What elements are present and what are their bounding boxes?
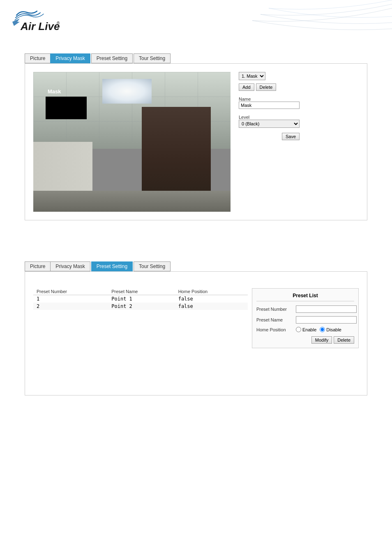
name-field-group: Name xyxy=(239,94,300,109)
disable-label: Disable xyxy=(326,327,341,332)
cell-number-1: 1 xyxy=(33,295,108,303)
tab-tour-setting-2[interactable]: Tour Setting xyxy=(134,261,171,271)
preset-btn-row: Modify Delete xyxy=(256,336,354,344)
tab-preset-setting-1[interactable]: Preset Setting xyxy=(91,53,133,63)
preset-name-label: Preset Name xyxy=(256,317,293,322)
preset-setting-tabs: Picture Privacy Mask Preset Setting Tour… xyxy=(25,261,367,271)
delete-preset-button[interactable]: Delete xyxy=(334,336,354,344)
section-gap xyxy=(0,229,392,253)
home-position-row: Home Position Enable Disable xyxy=(256,327,354,332)
tab-preset-setting-2[interactable]: Preset Setting xyxy=(91,261,133,271)
camera-floor xyxy=(33,191,231,212)
tab-privacy-mask-1[interactable]: Privacy Mask xyxy=(50,53,90,63)
tab-picture-2[interactable]: Picture xyxy=(25,261,50,271)
cell-name-2: Point 2 xyxy=(108,303,175,310)
mask-controls: 1. Mask Add Delete Name Level 0 (Black) … xyxy=(239,72,300,140)
table-header-row: Preset Number Preset Name Home Position xyxy=(33,288,248,295)
save-row: Save xyxy=(239,133,300,140)
airlive-logo: Air Live ® xyxy=(8,6,70,35)
level-field-group: Level 0 (Black) 1 2 xyxy=(239,112,300,128)
home-position-label: Home Position xyxy=(256,327,293,332)
disable-radio[interactable] xyxy=(320,327,325,332)
privacy-mask-tabs: Picture Privacy Mask Preset Setting Tour… xyxy=(25,53,367,63)
cell-number-2: 2 xyxy=(33,303,108,310)
preset-list-panel: Preset List Preset Number Preset Name Ho… xyxy=(252,288,359,348)
col-preset-name: Preset Name xyxy=(108,288,175,295)
privacy-mask-section: Picture Privacy Mask Preset Setting Tour… xyxy=(0,45,392,229)
cell-name-1: Point 1 xyxy=(108,295,175,303)
preset-number-label: Preset Number xyxy=(256,307,293,312)
camera-preview: Mask xyxy=(33,72,231,212)
page-header: Air Live ® xyxy=(0,0,392,45)
preset-setting-section: Picture Privacy Mask Preset Setting Tour… xyxy=(0,253,392,404)
preset-panel: Preset Number Preset Name Home Position … xyxy=(25,271,367,395)
preset-name-row: Preset Name xyxy=(256,316,354,324)
level-dropdown[interactable]: 0 (Black) 1 2 xyxy=(239,120,300,128)
preset-name-input[interactable] xyxy=(296,316,357,324)
name-input[interactable] xyxy=(239,102,300,109)
add-mask-button[interactable]: Add xyxy=(239,83,254,91)
mask-label-overlay: Mask xyxy=(48,88,61,95)
enable-radio-label[interactable]: Enable xyxy=(296,327,316,332)
save-mask-button[interactable]: Save xyxy=(282,133,300,140)
mask-dropdown[interactable]: 1. Mask xyxy=(239,72,265,80)
preset-number-input[interactable] xyxy=(296,305,357,313)
modify-button[interactable]: Modify xyxy=(311,336,332,344)
svg-text:®: ® xyxy=(57,21,60,25)
mask-select-row: 1. Mask xyxy=(239,72,300,80)
cell-home-2: false xyxy=(175,303,248,310)
name-label: Name xyxy=(239,97,300,102)
preset-table-area: Preset Number Preset Name Home Position … xyxy=(33,288,248,379)
disable-radio-label[interactable]: Disable xyxy=(320,327,341,332)
preset-content: Preset Number Preset Name Home Position … xyxy=(33,288,359,379)
col-home-position: Home Position xyxy=(175,288,248,295)
tab-tour-setting-1[interactable]: Tour Setting xyxy=(134,53,171,63)
cell-home-1: false xyxy=(175,295,248,303)
enable-label: Enable xyxy=(302,327,316,332)
tab-picture-1[interactable]: Picture xyxy=(25,53,50,63)
mask-overlay[interactable] xyxy=(46,97,87,119)
col-preset-number: Preset Number xyxy=(33,288,108,295)
preset-table: Preset Number Preset Name Home Position … xyxy=(33,288,248,310)
camera-light xyxy=(102,79,152,104)
header-decoration xyxy=(187,0,392,45)
home-position-radio-group: Enable Disable xyxy=(296,327,341,332)
delete-mask-button[interactable]: Delete xyxy=(256,83,277,91)
svg-text:Air Live: Air Live xyxy=(20,20,60,32)
enable-radio[interactable] xyxy=(296,327,301,332)
tab-privacy-mask-2[interactable]: Privacy Mask xyxy=(50,261,90,271)
preset-list-title: Preset List xyxy=(256,293,354,301)
preset-number-row: Preset Number xyxy=(256,305,354,313)
level-label: Level xyxy=(239,115,300,120)
add-delete-row: Add Delete xyxy=(239,83,300,91)
privacy-mask-panel: Mask 1. Mask Add Delete Name L xyxy=(25,63,367,220)
privacy-mask-content: Mask 1. Mask Add Delete Name L xyxy=(33,72,359,212)
table-row[interactable]: 2 Point 2 false xyxy=(33,303,248,310)
table-row[interactable]: 1 Point 1 false xyxy=(33,295,248,303)
